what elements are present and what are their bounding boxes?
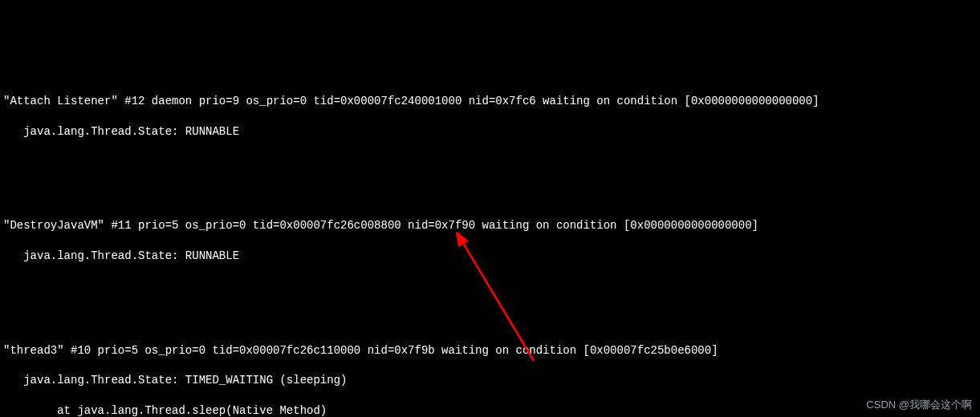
thread-block: "thread3" #10 prio=5 os_prio=0 tid=0x000… [3, 328, 980, 417]
thread-header: "thread3" #10 prio=5 os_prio=0 tid=0x000… [3, 343, 980, 358]
thread-state: java.lang.Thread.State: TIMED_WAITING (s… [3, 373, 980, 388]
stack-frame: at java.lang.Thread.sleep(Native Method) [3, 403, 980, 417]
thread-header: "DestroyJavaVM" #11 prio=5 os_prio=0 tid… [3, 218, 980, 233]
thread-state: java.lang.Thread.State: RUNNABLE [3, 249, 980, 264]
watermark-text: CSDN @我哪会这个啊 [866, 398, 972, 412]
thread-header: "Attach Listener" #12 daemon prio=9 os_p… [3, 94, 980, 109]
thread-block: "DestroyJavaVM" #11 prio=5 os_prio=0 tid… [3, 204, 980, 279]
thread-block: "Attach Listener" #12 daemon prio=9 os_p… [3, 79, 980, 154]
thread-state: java.lang.Thread.State: RUNNABLE [3, 124, 980, 140]
